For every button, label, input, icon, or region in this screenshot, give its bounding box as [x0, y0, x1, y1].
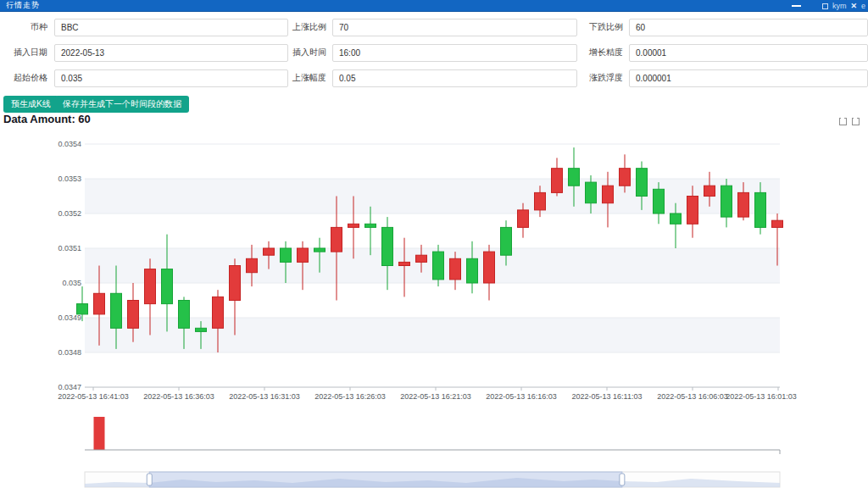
- candle: [111, 266, 122, 349]
- candle-body: [314, 248, 326, 252]
- candle: [484, 245, 495, 301]
- candle-body: [755, 192, 766, 227]
- candle-body: [128, 301, 139, 329]
- candle-body: [535, 192, 546, 210]
- insert-date-input[interactable]: [54, 44, 288, 62]
- candle-body: [501, 227, 512, 255]
- candle: [264, 241, 275, 269]
- candle: [501, 220, 512, 265]
- candle-body: [552, 169, 563, 193]
- toolbox-restore-icon[interactable]: [839, 118, 847, 125]
- field-rise-range: 上涨幅度: [284, 69, 577, 87]
- growth-precision-input[interactable]: [629, 44, 868, 62]
- x-axis-label: 2022-05-13 16:11:03: [572, 392, 643, 401]
- candle-body: [264, 248, 275, 255]
- candle-body: [484, 252, 495, 283]
- rise-ratio-input[interactable]: [332, 19, 577, 36]
- close-icon[interactable]: ✕: [850, 2, 857, 10]
- candle-body: [467, 258, 478, 283]
- y-axis-label: 0.0349: [58, 313, 81, 322]
- candle: [298, 241, 309, 290]
- candle-body: [433, 252, 444, 280]
- candle: [162, 235, 173, 332]
- candle: [450, 252, 461, 290]
- split-band: [85, 318, 780, 352]
- minimize-icon[interactable]: [792, 5, 801, 7]
- datazoom-window[interactable]: [149, 472, 622, 487]
- candle-body: [637, 169, 648, 197]
- watermark-text: kym: [832, 2, 847, 10]
- x-axis-label: 2022-05-13 16:16:03: [486, 392, 557, 401]
- fall-ratio-input[interactable]: [629, 19, 868, 36]
- x-axis-label: 2022-05-13 16:41:03: [58, 392, 129, 401]
- save-next-period-button[interactable]: 保存并生成下一个时间段的数据: [55, 96, 189, 113]
- pregenerate-kline-button[interactable]: 预生成K线: [3, 96, 58, 113]
- toolbox-save-image-icon[interactable]: [852, 118, 860, 125]
- candle-body: [721, 186, 732, 217]
- candle-body: [281, 248, 292, 262]
- rise-range-input[interactable]: [332, 69, 577, 87]
- candle: [399, 238, 410, 297]
- rise-ratio-label: 上涨比例: [284, 21, 326, 33]
- candle-body: [399, 262, 410, 265]
- window-title: 行情走势: [6, 0, 40, 11]
- x-axis-label: 2022-05-13 16:31:03: [229, 392, 300, 401]
- candle: [281, 241, 292, 283]
- candle-body: [111, 293, 122, 328]
- candle: [128, 283, 139, 342]
- coin-input[interactable]: [54, 19, 288, 36]
- candle-body: [145, 269, 156, 304]
- field-rise-ratio: 上涨比例: [284, 18, 577, 36]
- y-axis-label: 0.0354: [58, 140, 81, 148]
- candle: [230, 258, 241, 335]
- watermark-tail: e: [861, 2, 865, 10]
- icon-notch: [841, 117, 844, 119]
- candle-body: [569, 169, 580, 186]
- datazoom-handle[interactable]: [147, 474, 152, 485]
- candle-body: [365, 224, 376, 227]
- candle: [535, 186, 546, 217]
- candle: [348, 197, 359, 259]
- candle: [586, 175, 597, 214]
- field-growth-precision: 增长精度: [581, 43, 868, 62]
- candle-body: [518, 210, 529, 228]
- candle: [77, 286, 88, 321]
- candle: [721, 179, 732, 227]
- start-price-input[interactable]: [54, 69, 288, 87]
- window-controls: kym ✕ e: [792, 0, 865, 12]
- candle-body: [687, 197, 698, 225]
- candle-body: [772, 220, 783, 227]
- candle-body: [94, 293, 105, 314]
- volume-bar: [94, 417, 105, 450]
- datazoom-handle[interactable]: [620, 474, 625, 485]
- split-band: [85, 179, 780, 214]
- rise-range-label: 上涨幅度: [284, 72, 326, 84]
- datazoom-data-shadow: [85, 478, 780, 487]
- datazoom-track[interactable]: [85, 472, 780, 487]
- start-price-label: 起始价格: [0, 72, 47, 84]
- field-coin: 币种: [0, 18, 288, 36]
- candle: [637, 162, 648, 210]
- candle-body: [603, 186, 614, 203]
- candle-body: [450, 258, 461, 280]
- candle: [603, 172, 614, 228]
- market-generator-app: { "window": { "title": "行情走势", "minimize…: [0, 0, 868, 488]
- field-start-price: 起始价格: [0, 69, 288, 87]
- restore-icon[interactable]: [822, 3, 828, 9]
- candle: [331, 197, 342, 301]
- x-axis-label: 2022-05-13 16:36:03: [143, 392, 214, 401]
- y-axis-label: 0.0348: [58, 348, 81, 357]
- fall-ratio-label: 下跌比例: [581, 21, 623, 33]
- candle-body: [196, 328, 207, 331]
- candle-body: [704, 186, 715, 196]
- x-axis-label: 2022-05-13 16:26:03: [314, 392, 386, 401]
- title-bar: 行情走势 kym ✕ e: [0, 0, 868, 12]
- y-axis-label: 0.0351: [58, 244, 81, 252]
- candle-body: [382, 227, 393, 265]
- candle: [620, 154, 631, 192]
- candle: [365, 207, 376, 255]
- candle: [687, 186, 698, 238]
- insert-time-input[interactable]: [332, 44, 577, 62]
- fluctuation-input[interactable]: [629, 69, 868, 87]
- field-fluctuation: 涨跌浮度: [581, 69, 868, 87]
